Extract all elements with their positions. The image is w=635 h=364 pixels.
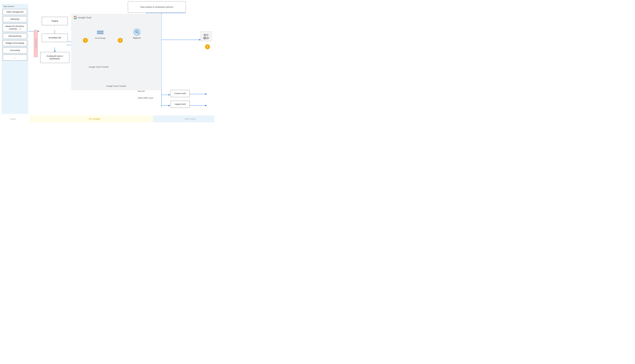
- bigquery-label: BigQuery: [127, 37, 147, 39]
- cloud-storage-label: Cloud Storage: [92, 37, 109, 39]
- svg-point-28: [206, 34, 209, 36]
- bi-tools-label: Existing BI tools & dashboards: [40, 52, 69, 63]
- svg-text:BQ: BQ: [136, 31, 138, 32]
- svg-point-29: [206, 37, 209, 39]
- data-sources-panel: Data sources Sales management Marketing …: [2, 4, 28, 114]
- custom-tools-container: Custom tools: [171, 90, 190, 97]
- bi-tools-container: Existing BI tools & dashboards: [40, 52, 70, 63]
- diagram-container: Data sources Sales management Marketing …: [0, 0, 214, 122]
- ds-item-sales: Sales management: [3, 9, 27, 15]
- analysis-partners-box: Data analysis & visualization partners: [128, 1, 186, 13]
- analysis-partners-label: Data analysis & visualization partners: [140, 6, 173, 8]
- badge-one: 1: [83, 38, 88, 43]
- snowflake-label: Snowflake DB: [42, 34, 68, 42]
- new-analyze-band: [153, 116, 214, 122]
- old-analyse-text: Old analyse: [35, 39, 37, 48]
- etl-label: ETL (multiple): [89, 118, 100, 120]
- gct-label: Google Cloud Transfer: [71, 85, 161, 87]
- data-sources-label: Data sources: [3, 5, 27, 8]
- badge-three: 3: [205, 44, 210, 49]
- legacy-tools-container: Legacy tools: [171, 101, 190, 108]
- ds-item-master: Master DV (Products, customer, ....): [3, 24, 27, 32]
- cloud-storage-icon: [96, 30, 104, 36]
- rest-api-label: Rest API ODBC/JDBC driver: [138, 90, 154, 100]
- google-cloud-header: Google Cloud: [74, 16, 159, 19]
- ds-item-budget: Budget & forecasting: [3, 40, 27, 46]
- google-cloud-panel: Google Cloud Cloud Storage BQ: [71, 14, 161, 90]
- old-analyse-label: Old analyse: [34, 30, 38, 57]
- acquire-label: Acquire: [10, 118, 16, 120]
- ds-item-manufacturing: Manufacturing: [3, 33, 27, 39]
- google-cloud-brand-label: Google Cloud: [78, 16, 91, 19]
- cloud-storage-container: Cloud Storage: [92, 30, 109, 39]
- svg-point-18: [102, 31, 103, 32]
- staging-box: Staging: [40, 17, 70, 25]
- new-analyze-label: NEW analyze: [185, 118, 196, 120]
- google-cloud-logo-icon: [74, 16, 77, 19]
- staging-label: Staging: [42, 17, 68, 25]
- svg-point-26: [204, 34, 206, 36]
- custom-tools-label: Custom tools: [171, 90, 190, 97]
- badge-two: 2: [118, 38, 123, 43]
- bigquery-container: BQ BigQuery: [127, 28, 147, 39]
- ds-item-etc: ......: [3, 54, 27, 60]
- ds-item-accounting: Accounting: [3, 48, 27, 54]
- snowflake-container: Snowflake DB: [40, 34, 70, 42]
- ds-item-marketing: Marketing: [3, 16, 27, 22]
- google-cloud-transfer-label: Google Cloud Transfer: [89, 66, 109, 68]
- people-icon: [202, 32, 210, 40]
- people-icon-box: [201, 31, 212, 41]
- legacy-tools-label: Legacy tools: [171, 101, 190, 108]
- svg-point-19: [102, 33, 103, 34]
- bigquery-icon: BQ: [133, 28, 141, 36]
